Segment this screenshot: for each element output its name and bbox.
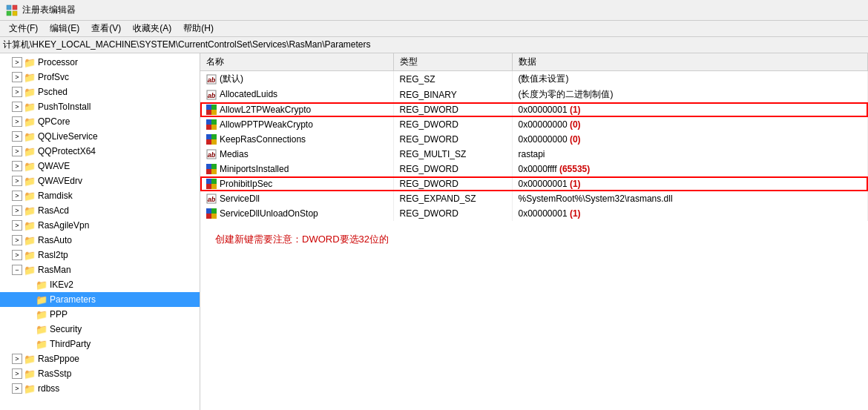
expand-btn-processor[interactable]: >: [12, 57, 22, 67]
menu-favorites[interactable]: 收藏夹(A): [127, 21, 177, 36]
data-highlight-allowl2tpweakcrypto: (1): [570, 105, 581, 115]
folder-icon-qpcore: 📁: [24, 116, 36, 128]
tree-item-qpcore[interactable]: >📁QPCore: [0, 114, 200, 129]
expand-btn-rasacd[interactable]: >: [12, 205, 22, 216]
expand-btn-psched[interactable]: >: [12, 87, 22, 97]
svg-rect-10: [206, 110, 211, 115]
tree-item-qqliveservice[interactable]: >📁QQLiveService: [0, 129, 200, 144]
expand-btn-qpcore[interactable]: >: [12, 116, 22, 127]
cell-data-servicedll: %SystemRoot%\System32\rasmans.dll: [512, 191, 868, 206]
reg-icon-medias: ab: [206, 149, 217, 159]
col-data[interactable]: 数据: [512, 53, 868, 71]
svg-rect-13: [211, 119, 217, 125]
tree-label-processor: Processor: [38, 57, 78, 67]
tree-item-profsvc[interactable]: >📁ProfSvc: [0, 70, 200, 85]
tree-item-psched[interactable]: >📁Psched: [0, 85, 200, 99]
table-row-default[interactable]: ab (默认)REG_SZ(数值未设置): [200, 71, 868, 87]
tree-item-rasman[interactable]: −📁RasMan: [0, 262, 200, 277]
table-row-miniportsinstalled[interactable]: MiniportsInstalledREG_DWORD0x0000ffff (6…: [200, 162, 868, 176]
tree-label-qpcore: QPCore: [38, 116, 70, 127]
cell-data-keeprasconnections: 0x00000000 (0): [512, 132, 868, 147]
tree-item-rassstp[interactable]: >📁RasSstp: [0, 366, 200, 381]
col-type[interactable]: 类型: [393, 53, 512, 71]
expand-btn-pushtoinstall[interactable]: >: [12, 102, 22, 112]
svg-text:ab: ab: [208, 76, 216, 84]
expand-btn-rasl2tp[interactable]: >: [12, 250, 22, 260]
expand-btn-qqliveservice[interactable]: >: [12, 131, 22, 142]
expand-btn-rdbss[interactable]: >: [12, 383, 22, 394]
svg-rect-35: [211, 214, 217, 219]
table-row-servicedll[interactable]: ab ServiceDllREG_EXPAND_SZ%SystemRoot%\S…: [200, 191, 868, 206]
svg-rect-22: [206, 164, 211, 169]
reg-name-default: (默认): [220, 73, 243, 84]
expand-btn-rasauto[interactable]: >: [12, 235, 22, 245]
tree-item-rasl2tp[interactable]: >📁Rasl2tp: [0, 248, 200, 262]
folder-icon-ramdisk: 📁: [24, 191, 36, 202]
tree-item-qwave[interactable]: >📁QWAVE: [0, 159, 200, 173]
menu-view[interactable]: 查看(V): [85, 21, 127, 36]
svg-text:ab: ab: [208, 196, 216, 203]
tree-item-pushtoinstall[interactable]: >📁PushToInstall: [0, 99, 200, 114]
tree-item-qwavedrv[interactable]: >📁QWAVEdrv: [0, 173, 200, 188]
expand-btn-rassstp[interactable]: >: [12, 368, 22, 379]
tree-item-parameters[interactable]: 📁Parameters: [0, 292, 200, 307]
svg-rect-32: [206, 208, 211, 214]
tree-panel[interactable]: >📁Processor>📁ProfSvc>📁Psched>📁PushToInst…: [0, 53, 200, 410]
svg-text:ab: ab: [208, 151, 216, 159]
tree-item-ppp[interactable]: 📁PPP: [0, 307, 200, 322]
tree-item-ikev2[interactable]: 📁IKEv2: [0, 277, 200, 292]
data-highlight-keeprasconnections: (0): [570, 134, 581, 145]
table-row-keeprasconnections[interactable]: KeepRasConnectionsREG_DWORD0x00000000 (0…: [200, 132, 868, 147]
svg-rect-2: [7, 11, 11, 16]
menu-edit[interactable]: 编辑(E): [44, 21, 85, 36]
tree-item-rasagilevpn[interactable]: >📁RasAgileVpn: [0, 218, 200, 233]
folder-icon-qwave: 📁: [24, 161, 36, 172]
cell-name-default: ab (默认): [200, 71, 393, 87]
table-row-allowpptpweakcrypto[interactable]: AllowPPTPWeakCryptoREG_DWORD0x00000000 (…: [200, 117, 868, 132]
table-row-servicedllunloadonstop[interactable]: ServiceDllUnloadOnStopREG_DWORD0x0000000…: [200, 206, 868, 221]
table-row-allowl2tpweakcrypto[interactable]: AllowL2TPWeakCryptoREG_DWORD0x00000001 (…: [200, 102, 868, 117]
folder-icon-raspppoe: 📁: [24, 354, 36, 365]
svg-rect-9: [211, 105, 217, 110]
tree-item-rasacd[interactable]: >📁RasAcd: [0, 203, 200, 218]
svg-text:ab: ab: [208, 92, 216, 99]
data-highlight-servicedllunloadonstop: (1): [570, 208, 581, 219]
cell-type-allocatedluids: REG_BINARY: [393, 87, 512, 102]
folder-icon-rasagilevpn: 📁: [24, 220, 36, 231]
expand-btn-qwave[interactable]: >: [12, 161, 22, 171]
menu-file[interactable]: 文件(F): [3, 21, 44, 36]
table-header-row: 名称 类型 数据: [200, 53, 868, 71]
folder-icon-parameters: 📁: [36, 294, 47, 305]
main-content: >📁Processor>📁ProfSvc>📁Psched>📁PushToInst…: [0, 53, 868, 410]
expand-btn-qqprotectx64[interactable]: >: [12, 146, 22, 156]
tree-item-thirdparty[interactable]: 📁ThirdParty: [0, 337, 200, 351]
table-row-allocatedluids[interactable]: ab AllocatedLuidsREG_BINARY(长度为零的二进制制值): [200, 87, 868, 102]
expand-btn-ramdisk[interactable]: >: [12, 191, 22, 201]
expand-btn-qwavedrv[interactable]: >: [12, 176, 22, 186]
cell-type-miniportsinstalled: REG_DWORD: [393, 162, 512, 176]
tree-item-qqprotectx64[interactable]: >📁QQProtectX64: [0, 144, 200, 159]
tree-label-rasagilevpn: RasAgileVpn: [38, 220, 89, 231]
reg-icon-keeprasconnections: [206, 134, 217, 145]
tree-item-rdbss[interactable]: >📁rdbss: [0, 381, 200, 396]
tree-item-rasauto[interactable]: >📁RasAuto: [0, 233, 200, 248]
col-name[interactable]: 名称: [200, 53, 393, 71]
tree-item-processor[interactable]: >📁Processor: [0, 55, 200, 70]
tree-item-security[interactable]: 📁Security: [0, 322, 200, 337]
expand-btn-rasman[interactable]: −: [12, 265, 22, 275]
tree-item-raspppoe[interactable]: >📁RasPppoe: [0, 351, 200, 366]
folder-icon-rasl2tp: 📁: [24, 250, 36, 261]
table-row-medias[interactable]: ab MediasREG_MULTI_SZrastapi: [200, 147, 868, 162]
expand-btn-raspppoe[interactable]: >: [12, 354, 22, 364]
registry-table[interactable]: 名称 类型 数据 ab (默认)REG_SZ(数值未设置) ab Allocat…: [200, 53, 868, 410]
expand-btn-profsvc[interactable]: >: [12, 72, 22, 82]
table-row-prohibitipsec[interactable]: ProhibitIpSecREG_DWORD0x00000001 (1): [200, 176, 868, 191]
menu-help[interactable]: 帮助(H): [177, 21, 220, 36]
cell-type-allowpptpweakcrypto: REG_DWORD: [393, 117, 512, 132]
svg-rect-12: [206, 119, 211, 125]
tree-item-ramdisk[interactable]: >📁Ramdisk: [0, 188, 200, 203]
svg-rect-15: [211, 125, 217, 130]
expand-btn-rasagilevpn[interactable]: >: [12, 220, 22, 231]
title-bar-text: 注册表编辑器: [22, 4, 76, 16]
folder-icon-profsvc: 📁: [24, 72, 36, 83]
